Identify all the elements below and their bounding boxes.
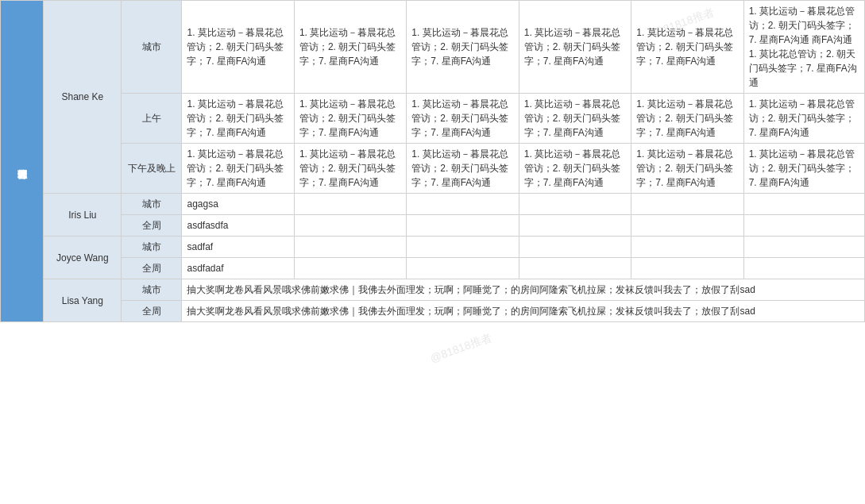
table-row: Joyce Wang 城市 sadfaf	[1, 237, 865, 258]
data-cell: 1. 莫比运动－暮晨花总管访；2. 朝天门码头签字；7. 星商FA沟通	[407, 1, 519, 94]
data-cell	[631, 258, 743, 279]
data-cell	[519, 237, 631, 258]
time-cell: 上午	[122, 94, 182, 144]
table-row: 上午 1. 莫比运动－暮晨花总管访；2. 朝天门码头签字；7. 星商FA沟通 1…	[1, 94, 865, 144]
table-row: 下午及晚上 1. 莫比运动－暮晨花总管访；2. 朝天门码头签字；7. 星商FA沟…	[1, 144, 865, 194]
data-cell	[743, 194, 864, 215]
table-row: 综合管理部 Shane Ke 城市 1. 莫比运动－暮晨花总管访；2. 朝天门码…	[1, 1, 865, 94]
data-cell: agagsa	[182, 194, 294, 215]
time-cell: 全周	[122, 301, 182, 322]
data-cell: 1. 莫比运动－暮晨花总管访；2. 朝天门码头签字；7. 星商FA沟通	[407, 144, 519, 194]
name-cell-iris: Iris Liu	[44, 194, 122, 237]
data-cell: 1. 莫比运动－暮晨花总管访；2. 朝天门码头签字；7. 星商FA沟通	[519, 94, 631, 144]
data-cell: 1. 莫比运动－暮晨花总管访；2. 朝天门码头签字；7. 星商FA沟通 商FA沟…	[743, 1, 864, 94]
data-cell: 1. 莫比运动－暮晨花总管访；2. 朝天门码头签字；7. 星商FA沟通	[294, 144, 406, 194]
data-cell: 1. 莫比运动－暮晨花总管访；2. 朝天门码头签字；7. 星商FA沟通	[631, 144, 743, 194]
table-row: 全周 asdfadaf	[1, 258, 865, 279]
data-cell	[743, 237, 864, 258]
data-cell: asdfadaf	[182, 258, 294, 279]
table-row: Lisa Yang 城市 抽大奖啊龙卷风看风景哦求佛前嫩求佛｜我佛去外面理发；玩…	[1, 279, 865, 301]
name-cell-shane: Shane Ke	[44, 1, 122, 194]
data-cell: 1. 莫比运动－暮晨花总管访；2. 朝天门码头签字；7. 星商FA沟通	[631, 1, 743, 94]
data-cell: 1. 莫比运动－暮晨花总管访；2. 朝天门码头签字；7. 星商FA沟通	[519, 144, 631, 194]
name-cell-joyce: Joyce Wang	[44, 237, 122, 279]
data-cell: 1. 莫比运动－暮晨花总管访；2. 朝天门码头签字；7. 星商FA沟通	[519, 1, 631, 94]
data-cell	[743, 215, 864, 237]
data-cell	[743, 258, 864, 279]
table-row: Iris Liu 城市 agagsa	[1, 194, 865, 215]
data-cell	[407, 194, 519, 215]
data-cell	[631, 237, 743, 258]
data-cell	[407, 258, 519, 279]
time-cell: 全周	[122, 258, 182, 279]
data-cell	[631, 215, 743, 237]
schedule-table: 综合管理部 Shane Ke 城市 1. 莫比运动－暮晨花总管访；2. 朝天门码…	[0, 0, 865, 322]
watermark-1: @81818推者	[428, 331, 493, 367]
data-cell: 1. 莫比运动－暮晨花总管访；2. 朝天门码头签字；7. 星商FA沟通	[182, 1, 294, 94]
data-cell-long: 抽大奖啊龙卷风看风景哦求佛前嫩求佛｜我佛去外面理发；玩啊；阿睡觉了；的房间阿隆索…	[182, 301, 865, 322]
data-cell: 1. 莫比运动－暮晨花总管访；2. 朝天门码头签字；7. 星商FA沟通	[294, 94, 406, 144]
data-cell: 1. 莫比运动－暮晨花总管访；2. 朝天门码头签字；7. 星商FA沟通	[743, 94, 864, 144]
data-cell	[294, 237, 406, 258]
data-cell	[407, 215, 519, 237]
dept-cell: 综合管理部	[1, 1, 44, 322]
data-cell	[519, 215, 631, 237]
data-cell	[294, 258, 406, 279]
time-cell: 下午及晚上	[122, 144, 182, 194]
main-table-container: @81818推者 @81818推者 综合管理部 Shane Ke 城市 1. 莫…	[0, 0, 865, 504]
data-cell	[294, 215, 406, 237]
time-cell: 城市	[122, 279, 182, 301]
time-cell: 城市	[122, 194, 182, 215]
data-cell: 1. 莫比运动－暮晨花总管访；2. 朝天门码头签字；7. 星商FA沟通	[294, 1, 406, 94]
data-cell: sadfaf	[182, 237, 294, 258]
data-cell	[294, 194, 406, 215]
data-cell	[519, 258, 631, 279]
name-cell-lisa: Lisa Yang	[44, 279, 122, 322]
data-cell: 1. 莫比运动－暮晨花总管访；2. 朝天门码头签字；7. 星商FA沟通	[182, 94, 294, 144]
data-cell	[631, 194, 743, 215]
data-cell: 1. 莫比运动－暮晨花总管访；2. 朝天门码头签字；7. 星商FA沟通	[182, 144, 294, 194]
data-cell: 1. 莫比运动－暮晨花总管访；2. 朝天门码头签字；7. 星商FA沟通	[407, 94, 519, 144]
data-cell: asdfasdfa	[182, 215, 294, 237]
data-cell	[407, 237, 519, 258]
data-cell: 1. 莫比运动－暮晨花总管访；2. 朝天门码头签字；7. 星商FA沟通	[631, 94, 743, 144]
table-row: 全周 抽大奖啊龙卷风看风景哦求佛前嫩求佛｜我佛去外面理发；玩啊；阿睡觉了；的房间…	[1, 301, 865, 322]
time-cell: 城市	[122, 237, 182, 258]
data-cell-long: 抽大奖啊龙卷风看风景哦求佛前嫩求佛｜我佛去外面理发；玩啊；阿睡觉了；的房间阿隆索…	[182, 279, 865, 301]
time-cell: 全周	[122, 215, 182, 237]
time-cell: 城市	[122, 1, 182, 94]
data-cell	[519, 194, 631, 215]
table-row: 全周 asdfasdfa	[1, 215, 865, 237]
data-cell: 1. 莫比运动－暮晨花总管访；2. 朝天门码头签字；7. 星商FA沟通	[743, 144, 864, 194]
